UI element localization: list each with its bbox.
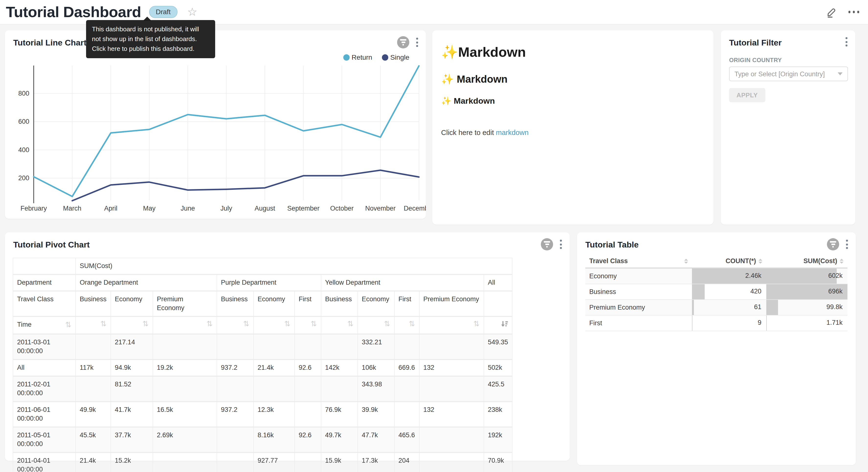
pivot-value-cell [321,334,358,359]
metric-cell: 1.71k [766,315,847,331]
pivot-value-cell: 425.5 [484,376,512,402]
pivot-row-label: 2011-02-01 00:00:00 [13,376,75,402]
svg-text:September: September [287,205,319,212]
pivot-value-cell [217,376,253,402]
legend-item-return[interactable]: Return [343,53,372,61]
dashboard-grid: Tutorial Line Chart ReturnSingle 2004006… [0,26,868,472]
column-header-travel-class[interactable]: Travel Class [585,254,692,268]
pivot-value-cell: 92.6 [294,359,321,376]
draft-badge[interactable]: Draft [149,6,178,18]
filter-menu-icon[interactable] [844,36,848,48]
line-chart-title: Tutorial Line Chart [13,38,87,48]
sort-icon[interactable]: ⇅ [206,320,213,327]
pivot-sort-cell: ⇅ [111,317,153,334]
pivot-value-cell: 49.9k [75,402,111,427]
sort-icon[interactable]: ⇅ [100,320,106,327]
pivot-value-cell: 142k [321,359,358,376]
sort-icon[interactable]: ⇅ [142,320,148,327]
metric-cell: 99.8k [766,300,847,315]
pivot-value-cell [419,376,484,402]
svg-text:May: May [143,205,156,212]
pivot-value-cell [419,427,484,452]
pivot-table-container: SUM(Cost)DepartmentOrange DepartmentPurp… [13,258,513,472]
header-actions [826,7,859,18]
pivot-value-cell: 937.2 [217,359,253,376]
metric-cell: 602k [766,268,847,284]
sort-icon[interactable]: ⇅ [384,320,390,327]
table-panel: Tutorial Table Travel ClassCOUNT(*)SUM(C… [577,232,856,465]
sort-icon[interactable]: ⇅ [347,320,353,327]
pivot-col-header: Economy [358,291,394,317]
markdown-panel[interactable]: ✨Markdown ✨ Markdown ✨ Markdown Click he… [432,30,713,225]
chart-menu-icon[interactable] [415,37,419,48]
line-chart-panel: Tutorial Line Chart ReturnSingle 2004006… [5,30,426,218]
edit-dashboard-button[interactable] [826,7,836,18]
pivot-value-cell [294,402,321,427]
table-panel-actions [827,238,849,250]
pivot-row-label: 2011-03-01 00:00:00 [13,334,75,359]
origin-country-select[interactable]: Type or Select [Origin Country] [729,66,848,81]
column-header-count-[interactable]: COUNT(*) [692,254,766,268]
pivot-value-cell: 117k [75,359,111,376]
sort-icon[interactable]: ⇅ [473,320,479,327]
table-row: Business420696k [585,284,847,300]
svg-text:February: February [21,205,47,212]
apply-button[interactable]: APPLY [729,88,765,102]
sort-icon[interactable]: ⇅ [409,320,415,327]
pivot-value-cell [294,452,321,472]
pivot-value-cell [217,452,253,472]
pivot-value-cell [394,334,419,359]
more-options-button[interactable] [848,11,859,13]
pivot-sort-cell: ⇅ [358,317,394,334]
pivot-value-cell [294,334,321,359]
pivot-panel-actions [541,238,563,250]
cross-filter-icon[interactable] [541,238,553,250]
filter-panel-title: Tutorial Filter [729,38,782,48]
pivot-row: 2011-06-01 00:00:0049.9k41.7k16.5k937.21… [13,402,512,427]
cross-filter-icon[interactable] [827,238,839,250]
pivot-value-cell: 81.52 [111,376,153,402]
sort-icon[interactable]: ⇅ [311,320,317,327]
pivot-col-header: Premium Economy [419,291,484,317]
markdown-link[interactable]: markdown [496,129,529,137]
pivot-value-cell [253,334,294,359]
sort-descending-active-icon[interactable] [501,320,508,330]
svg-text:200: 200 [18,174,29,182]
pivot-value-cell: 45.5k [75,427,111,452]
pivot-group-header: Purple Department [217,274,321,291]
pivot-row-dim-label: Department [13,274,75,291]
svg-text:August: August [254,205,275,212]
chart-menu-icon[interactable] [559,239,563,250]
travel-class-cell: Business [585,284,692,300]
pivot-value-cell: 332.21 [358,334,394,359]
travel-class-cell: Economy [585,268,692,284]
pivot-value-cell [394,376,419,402]
data-table: Travel ClassCOUNT(*)SUM(Cost)Economy2.46… [585,254,847,331]
chart-menu-icon[interactable] [845,239,849,250]
svg-text:400: 400 [18,146,29,154]
column-header-sum-cost-[interactable]: SUM(Cost) [766,254,847,268]
origin-country-label: ORIGIN COUNTRY [729,57,782,64]
pivot-sort-cell: ⇅ [153,317,217,334]
favorite-star-icon[interactable]: ☆ [187,6,197,18]
cross-filter-icon[interactable] [397,36,409,49]
legend-dot-icon [382,54,388,60]
metric-cell: 61 [692,300,766,315]
pivot-value-cell: 15.2k [111,452,153,472]
pivot-sort-cell: ⇅ [253,317,294,334]
pivot-value-cell: 70.9k [484,452,512,472]
sort-icon[interactable]: ⇅ [284,320,290,327]
pivot-value-cell: 669.6 [394,359,419,376]
pivot-value-cell [394,402,419,427]
pivot-sort-cell: ⇅ [321,317,358,334]
sort-icon[interactable]: ⇅ [243,320,249,327]
pivot-chart-panel: Tutorial Pivot Chart SUM(Cost)Department… [5,232,570,461]
chevron-down-icon [838,72,843,75]
pencil-icon [826,7,836,18]
line-chart-plot[interactable]: 200400600800FebruaryMarchAprilMayJuneJul… [5,65,426,214]
legend-item-single[interactable]: Single [382,53,409,61]
svg-text:December: December [404,205,426,212]
markdown-heading-3: ✨ Markdown [441,96,713,106]
pivot-col-header: Economy [111,291,153,317]
sort-icon[interactable]: ⇅ [65,321,71,328]
